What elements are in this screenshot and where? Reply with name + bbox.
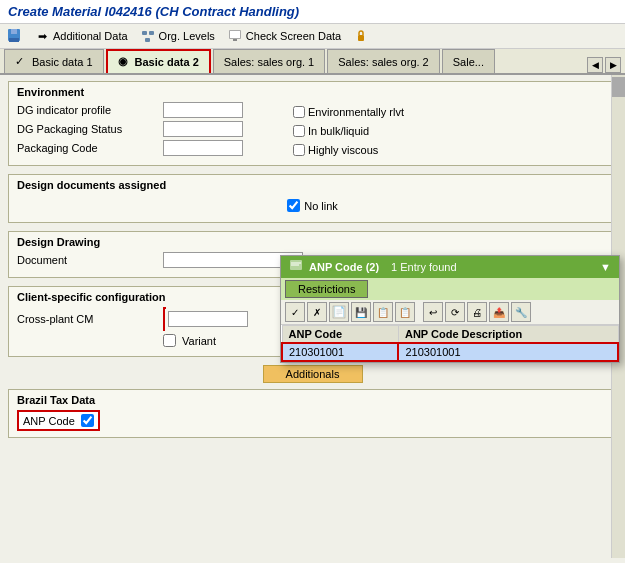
bulk-liquid-row[interactable]: In bulk/liquid — [293, 125, 404, 137]
popup-btn-copy2[interactable]: 📋 — [395, 302, 415, 322]
highly-viscous-checkbox[interactable] — [293, 144, 305, 156]
popup-table: ANP Code ANP Code Description 210301001 … — [281, 325, 619, 362]
popup-btn-check[interactable]: ✓ — [285, 302, 305, 322]
packaging-code-input[interactable] — [163, 140, 243, 156]
env-rlvt-checkbox[interactable] — [293, 106, 305, 118]
page-title: Create Material I042416 (CH Contract Han… — [8, 4, 299, 19]
scrollbar-thumb[interactable] — [612, 77, 625, 97]
additional-data-icon: ➡ — [34, 28, 50, 44]
svg-rect-9 — [358, 35, 364, 41]
popup-tab-restrictions[interactable]: Restrictions — [285, 280, 368, 298]
popup-btn-print[interactable]: 🖨 — [467, 302, 487, 322]
environment-section: Environment DG indicator profile DG Pack… — [8, 81, 617, 166]
toolbar-check-screen[interactable]: Check Screen Data — [227, 28, 341, 44]
tab-sales-org-1[interactable]: Sales: sales org. 1 — [213, 49, 326, 73]
toolbar-lock[interactable] — [353, 28, 369, 44]
tab-sales-org-2[interactable]: Sales: sales org. 2 — [327, 49, 440, 73]
tab4-label: Sales: sales org. 2 — [338, 56, 429, 68]
save-icon — [6, 28, 22, 44]
popup-btn-save[interactable]: 💾 — [351, 302, 371, 322]
popup-title: ANP Code (2) — [309, 261, 379, 273]
dg-indicator-row: DG indicator profile — [17, 102, 243, 118]
svg-rect-1 — [11, 29, 17, 34]
dg-packaging-row: DG Packaging Status — [17, 121, 243, 137]
popup-tabs: Restrictions — [281, 278, 619, 300]
variant-label: Variant — [182, 335, 216, 347]
cross-plant-input[interactable] — [168, 311, 248, 327]
svg-rect-2 — [9, 38, 19, 42]
svg-text:📄: 📄 — [333, 305, 346, 318]
popup-btn-refresh[interactable]: ⟳ — [445, 302, 465, 322]
dg-indicator-input[interactable] — [163, 102, 243, 118]
popup-toolbar: ✓ ✗ 📄 💾 📋 📋 ↩ ⟳ 🖨 📤 🔧 — [281, 300, 619, 325]
org-levels-icon — [140, 28, 156, 44]
anp-code-checkbox[interactable] — [81, 414, 94, 427]
cross-plant-label: Cross-plant CM — [17, 313, 157, 325]
main-content: Environment DG indicator profile DG Pack… — [0, 75, 625, 558]
document-label: Document — [17, 254, 157, 266]
design-documents-section: Design documents assigned No link — [8, 174, 617, 223]
check-screen-icon — [227, 28, 243, 44]
popup-btn-new[interactable]: 📄 — [329, 302, 349, 322]
popup-btn-x[interactable]: ✗ — [307, 302, 327, 322]
lock-icon — [353, 28, 369, 44]
design-documents-title: Design documents assigned — [17, 179, 608, 191]
svg-rect-8 — [233, 39, 237, 41]
anp-code-row: ANP Code — [17, 410, 100, 431]
dg-indicator-label: DG indicator profile — [17, 104, 157, 116]
tab-basic-data-1[interactable]: ✓ Basic data 1 — [4, 49, 104, 73]
tab-sale-ellipsis[interactable]: Sale... — [442, 49, 495, 73]
tab2-label: Basic data 2 — [135, 56, 199, 68]
brazil-tax-title: Brazil Tax Data — [17, 394, 608, 406]
table-row[interactable]: 210301001 210301001 — [282, 343, 618, 361]
additionals-button[interactable]: Additionals — [263, 365, 363, 383]
additionals-container: Additionals — [8, 365, 617, 383]
additional-data-label: Additional Data — [53, 30, 128, 42]
bracket-left — [163, 307, 166, 331]
popup-header: ANP Code (2) 1 Entry found ▼ — [281, 256, 619, 278]
no-link-checkbox[interactable] — [287, 199, 300, 212]
dg-packaging-input[interactable] — [163, 121, 243, 137]
toolbar-additional-data[interactable]: ➡ Additional Data — [34, 28, 128, 44]
tabs-bar: ✓ Basic data 1 ◉ Basic data 2 Sales: sal… — [0, 49, 625, 75]
packaging-code-label: Packaging Code — [17, 142, 157, 154]
tab5-label: Sale... — [453, 56, 484, 68]
popup-header-icon — [289, 259, 303, 275]
popup-btn-export[interactable]: 📤 — [489, 302, 509, 322]
tab-nav-left[interactable]: ◀ — [587, 57, 603, 73]
highly-viscous-row[interactable]: Highly viscous — [293, 144, 404, 156]
col-anp-code: ANP Code — [282, 326, 398, 344]
dg-packaging-label: DG Packaging Status — [17, 123, 157, 135]
no-link-label: No link — [304, 200, 338, 212]
variant-checkbox[interactable] — [163, 334, 176, 347]
bulk-liquid-checkbox[interactable] — [293, 125, 305, 137]
anp-code-label: ANP Code — [23, 415, 75, 427]
popup-btn-settings[interactable]: 🔧 — [511, 302, 531, 322]
tab2-radio-icon: ◉ — [118, 55, 132, 69]
toolbar-save[interactable] — [6, 28, 22, 44]
svg-rect-3 — [142, 31, 147, 35]
tab1-label: Basic data 1 — [32, 56, 93, 68]
tab-nav-right[interactable]: ▶ — [605, 57, 621, 73]
toolbar: ➡ Additional Data Org. Levels Check Scre… — [0, 24, 625, 49]
env-rlvt-label: Environmentally rlvt — [308, 106, 404, 118]
popup-filter-icon: ▼ — [600, 261, 611, 273]
anp-popup: ANP Code (2) 1 Entry found ▼ Restriction… — [280, 255, 620, 363]
svg-rect-4 — [149, 31, 154, 35]
bulk-liquid-label: In bulk/liquid — [308, 125, 369, 137]
popup-subtitle: 1 Entry found — [391, 261, 456, 273]
environment-title: Environment — [17, 86, 608, 98]
popup-btn-copy[interactable]: 📋 — [373, 302, 393, 322]
svg-rect-7 — [230, 31, 240, 38]
toolbar-org-levels[interactable]: Org. Levels — [140, 28, 215, 44]
title-bar: Create Material I042416 (CH Contract Han… — [0, 0, 625, 24]
brazil-tax-section: Brazil Tax Data ANP Code — [8, 389, 617, 438]
popup-btn-undo[interactable]: ↩ — [423, 302, 443, 322]
tab-basic-data-2[interactable]: ◉ Basic data 2 — [106, 49, 211, 73]
cell-anp-code: 210301001 — [282, 343, 398, 361]
svg-rect-5 — [145, 38, 150, 42]
env-rlvt-row[interactable]: Environmentally rlvt — [293, 106, 404, 118]
check-screen-label: Check Screen Data — [246, 30, 341, 42]
highly-viscous-label: Highly viscous — [308, 144, 378, 156]
cell-anp-desc: 210301001 — [398, 343, 618, 361]
